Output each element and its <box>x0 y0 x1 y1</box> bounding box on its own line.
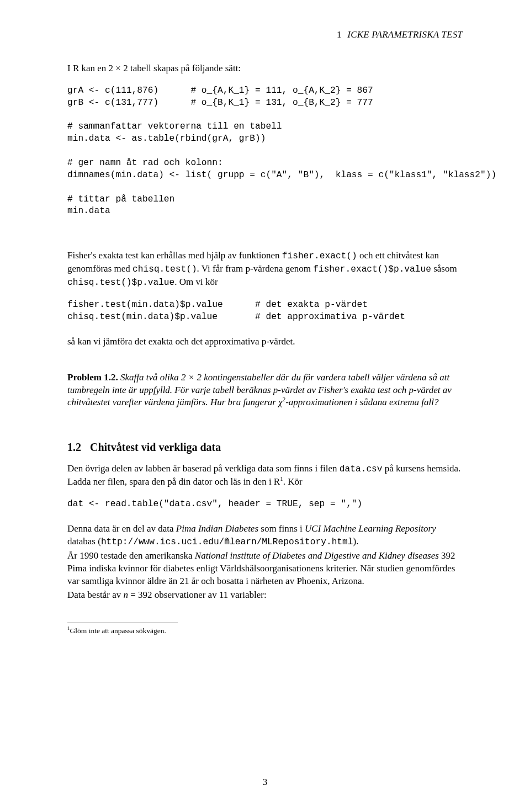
inline-code: data.csv <box>340 464 383 474</box>
italic-text: Pima Indian Diabetes <box>176 523 258 534</box>
problem-label: Problem 1.2. <box>67 372 118 383</box>
realdata-paragraph-1: Den övriga delen av labben är baserad på… <box>67 463 463 489</box>
page-number: 3 <box>0 776 530 789</box>
problem-paragraph: Problem 1.2. Skaffa två olika 2 × 2 kont… <box>67 371 463 410</box>
text: såsom <box>431 263 457 274</box>
realdata-paragraph-4: Data består av n = 392 observationer av … <box>67 589 463 602</box>
fisher-paragraph: Fisher's exakta test kan erhållas med hj… <box>67 250 463 289</box>
running-head-section-num: 1 <box>337 29 342 40</box>
text: År 1990 testade den amerikanska <box>67 550 195 561</box>
code-block-readtable: dat <- read.table("data.csv", header = T… <box>67 498 463 511</box>
code-block-create-table: grA <- c(111,876) # o_{A,K_1} = 111, o_{… <box>67 85 463 217</box>
text: Data består av <box>67 590 123 600</box>
running-head-text: ICKE PARAMETRISKA TEST <box>347 29 463 40</box>
text: . Kör <box>283 476 303 487</box>
inline-code-url: http://www.ics.uci.edu/m̃learn/MLReposit… <box>101 537 353 547</box>
text: ). <box>353 536 358 546</box>
text: . Om vi kör <box>174 277 218 287</box>
math-n: n <box>123 590 128 600</box>
realdata-paragraph-3: År 1990 testade den amerikanska National… <box>67 550 463 588</box>
text: som finns i <box>258 523 305 534</box>
chi-symbol: χ <box>278 397 282 407</box>
subsection-heading: 1.2Chitvåtest vid verkliga data <box>67 440 463 455</box>
compare-paragraph: så kan vi jämföra det exakta och det app… <box>67 336 463 348</box>
footnote-text: Glöm inte att anpassa sökvägen. <box>70 626 166 634</box>
running-head: 1 ICKE PARAMETRISKA TEST <box>67 29 463 41</box>
italic-text: National institute of Diabetes and Diges… <box>195 550 439 561</box>
subsection-number: 1.2 <box>67 441 81 453</box>
text: . Vi får fram p-värdena genom <box>197 263 314 274</box>
text: Fisher's exakta test kan erhållas med hj… <box>67 250 282 261</box>
text: Denna data är en del av data <box>67 523 176 534</box>
italic-text: UCI Machine Learning Repository <box>305 523 436 534</box>
text: databas ( <box>67 536 101 546</box>
text: = 392 observationer av 11 variabler: <box>128 590 267 600</box>
page: 1 ICKE PARAMETRISKA TEST I R kan en 2 × … <box>0 0 530 812</box>
inline-code: fisher.exact() <box>282 251 357 261</box>
problem-body-b: -approximationen i sådana extrema fall? <box>285 397 438 407</box>
intro-paragraph: I R kan en 2 × 2 tabell skapas på följan… <box>67 62 463 75</box>
footnote-1: 1Glöm inte att anpassa sökvägen. <box>67 625 463 635</box>
inline-code: chisq.test()$p.value <box>67 278 174 288</box>
code-block-pvalues: fisher.test(min.data)$p.value # det exak… <box>67 299 463 323</box>
spacer <box>67 230 463 250</box>
subsection-title-text: Chitvåtest vid verkliga data <box>90 441 221 453</box>
footnote-rule <box>67 623 178 623</box>
realdata-paragraph-2: Denna data är en del av data Pima Indian… <box>67 523 463 549</box>
spacer <box>67 358 463 371</box>
inline-code: fisher.exact()$p.value <box>313 264 431 274</box>
text: Den övriga delen av labben är baserad på… <box>67 463 340 474</box>
inline-code: chisq.test() <box>132 264 197 274</box>
